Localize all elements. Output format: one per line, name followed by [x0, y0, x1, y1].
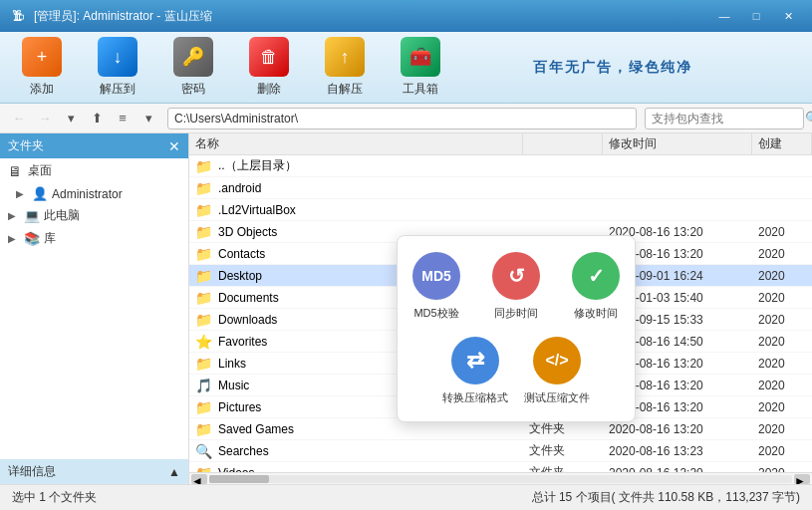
file-icon: 📁	[195, 290, 212, 306]
main-toolbar: + 添加 ↓ 解压到 🔑 密码 🗑 删除 ↑ 自解压 🧰 工具箱 百年无广告，绿…	[0, 32, 812, 104]
overlay-convert-button[interactable]: ⇄ 转换压缩格式	[442, 337, 508, 405]
file-name: Saved Games	[218, 422, 294, 436]
add-icon: +	[22, 37, 62, 77]
search-icon[interactable]: 🔍	[805, 111, 812, 126]
pwd-label: 密码	[181, 81, 205, 98]
statusbar: 选中 1 个文件夹 总计 15 个项目( 文件共 110.58 KB，113,2…	[0, 484, 812, 510]
overlay-row-1: MD5 MD5校验 ↺ 同步时间 ✓ 修改时间	[417, 252, 615, 321]
sidebar-item-admin[interactable]: ▶ 👤 Administrator	[0, 183, 188, 204]
pwd-icon: 🔑	[173, 37, 213, 77]
file-ctime: 2020	[752, 247, 812, 261]
detail-panel-label: 详细信息	[8, 463, 56, 480]
tools-icon: 🧰	[401, 37, 440, 77]
convert-icon: ⇄	[451, 337, 499, 384]
extract-button[interactable]: ↓ 解压到	[92, 37, 143, 98]
tools-label: 工具箱	[403, 81, 438, 98]
file-icon: 📁	[195, 180, 212, 196]
sidebar-item-pc[interactable]: ▶ 💻 此电脑	[0, 204, 188, 227]
convert-label: 转换压缩格式	[442, 390, 508, 405]
address-bar[interactable]: C:\Users\Administrator\	[167, 108, 637, 129]
selfext-icon: ↑	[325, 37, 365, 77]
extract-icon: ↓	[98, 37, 137, 77]
file-name: Pictures	[218, 400, 261, 414]
status-summary: 总计 15 个项目( 文件共 110.58 KB，113,237 字节)	[532, 489, 800, 506]
detail-panel-toggle[interactable]: 详细信息 ▲	[0, 459, 188, 484]
overlay-sync-button[interactable]: ↺ 同步时间	[484, 252, 548, 321]
col-header-ctime[interactable]: 创建	[752, 133, 812, 154]
back-button[interactable]: ←	[8, 108, 30, 129]
file-icon: 📁	[195, 224, 212, 240]
search-bar: 🔍	[645, 108, 804, 129]
overlay-md5-button[interactable]: MD5 MD5校验	[405, 252, 468, 321]
titlebar: 🗜 [管理员]: Administrator - 蓝山压缩 — □ ✕	[0, 0, 812, 32]
file-name: Links	[218, 357, 246, 371]
horizontal-scrollbar[interactable]: ◄ ►	[189, 472, 812, 484]
scroll-right-btn[interactable]: ►	[794, 474, 810, 484]
col-header-name[interactable]: 名称	[189, 133, 523, 154]
col-header-type[interactable]	[523, 133, 603, 154]
tools-overlay: MD5 MD5校验 ↺ 同步时间 ✓ 修改时间 ⇄ 转换压缩格式 </> 测试压…	[397, 235, 636, 422]
table-row[interactable]: 📁 .android	[189, 177, 812, 199]
desktop-icon: 🖥	[8, 163, 22, 179]
nav-view-button[interactable]: ≡	[112, 108, 134, 129]
file-mtime: 2020-08-16 13:23	[603, 444, 752, 458]
nav-view-dropdown[interactable]: ▾	[137, 108, 159, 129]
file-icon: 🎵	[195, 378, 212, 393]
forward-button[interactable]: →	[34, 108, 56, 129]
sync-icon: ↺	[492, 252, 540, 300]
file-type: 文件夹	[523, 420, 603, 437]
sidebar-item-library[interactable]: ▶ 📚 库	[0, 227, 188, 250]
overlay-mtime-button[interactable]: ✓ 修改时间	[564, 252, 628, 321]
table-row[interactable]: 🔍 Searches 文件夹 2020-08-16 13:23 2020	[189, 440, 812, 462]
test-icon: </>	[533, 337, 581, 384]
file-ctime: 2020	[752, 291, 812, 305]
scrollbar-thumb	[209, 475, 269, 483]
table-row[interactable]: 📁 Videos 文件夹 2020-08-16 13:20 2020	[189, 462, 812, 472]
overlay-test-button[interactable]: </> 测试压缩文件	[524, 337, 590, 405]
file-name: Contacts	[218, 247, 265, 261]
file-icon: ⭐	[195, 334, 212, 350]
search-input[interactable]	[652, 112, 801, 126]
detail-panel-arrow: ▲	[168, 465, 180, 479]
extract-label: 解压到	[100, 81, 135, 98]
table-row[interactable]: 📁 .Ld2VirtualBox	[189, 199, 812, 221]
tools-button[interactable]: 🧰 工具箱	[395, 37, 446, 98]
selfext-label: 自解压	[327, 81, 363, 98]
del-label: 删除	[257, 81, 281, 98]
col-header-mtime[interactable]: 修改时间	[603, 133, 752, 154]
scroll-left-btn[interactable]: ◄	[191, 474, 207, 484]
minimize-button[interactable]: —	[708, 2, 740, 30]
file-icon: 📁	[195, 421, 212, 437]
md5-icon: MD5	[412, 252, 460, 300]
table-row[interactable]: 📁 ..（上层目录）	[189, 155, 812, 177]
file-icon: 📁	[195, 356, 212, 372]
main-area: 文件夹 ✕ 🖥 桌面 ▶ 👤 Administrator ▶ 💻 此电脑 ▶ 📚…	[0, 133, 812, 484]
file-ctime: 2020	[752, 225, 812, 239]
sidebar-item-desktop[interactable]: 🖥 桌面	[0, 158, 188, 183]
test-label: 测试压缩文件	[524, 390, 590, 405]
tagline: 百年无广告，绿色纯净	[533, 59, 692, 77]
file-type: 文件夹	[523, 464, 603, 472]
delete-button[interactable]: 🗑 删除	[243, 37, 295, 98]
close-button[interactable]: ✕	[772, 2, 804, 30]
nav-dropdown-button[interactable]: ▾	[60, 108, 82, 129]
selfext-button[interactable]: ↑ 自解压	[319, 37, 371, 98]
sidebar-library-label: 库	[44, 230, 56, 247]
admin-icon: 👤	[32, 186, 48, 201]
window-title: [管理员]: Administrator - 蓝山压缩	[34, 8, 708, 25]
sidebar-header: 文件夹 ✕	[0, 133, 188, 158]
file-ctime: 2020	[752, 379, 812, 392]
window-controls: — □ ✕	[708, 2, 804, 30]
file-ctime: 2020	[752, 269, 812, 283]
file-ctime: 2020	[752, 357, 812, 371]
sidebar-pc-label: 此电脑	[44, 207, 80, 224]
add-button[interactable]: + 添加	[16, 37, 68, 98]
sidebar-close-button[interactable]: ✕	[168, 138, 180, 154]
file-name: Downloads	[218, 313, 277, 327]
expand-icon: ▶	[16, 188, 28, 199]
file-name: ..（上层目录）	[218, 157, 297, 174]
nav-up-button[interactable]: ⬆	[86, 108, 108, 129]
maximize-button[interactable]: □	[740, 2, 772, 30]
password-button[interactable]: 🔑 密码	[167, 37, 219, 98]
file-name: .Ld2VirtualBox	[218, 203, 296, 217]
